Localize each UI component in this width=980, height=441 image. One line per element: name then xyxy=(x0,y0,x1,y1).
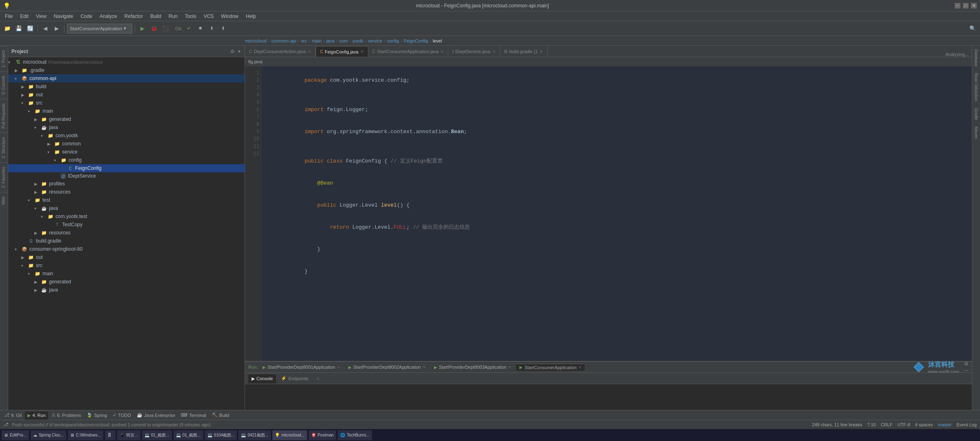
bottom-tab-run[interactable]: ▶ 4: Run xyxy=(25,411,48,420)
breadcrumb-config[interactable]: config xyxy=(387,38,399,43)
tree-item-feignconfig[interactable]: ▶ C FeignConfig xyxy=(8,164,245,172)
tree-item-test[interactable]: ▾ 📁 test xyxy=(8,196,245,204)
tree-item-src2[interactable]: ▾ 📁 src xyxy=(8,261,245,270)
minimize-button[interactable]: ─ xyxy=(955,3,960,9)
window-controls[interactable]: ─ □ ✕ xyxy=(955,3,977,9)
taskbar-item-3[interactable]: 🖥 C:\Windows... xyxy=(68,430,104,440)
tree-item-gradle-hidden[interactable]: ▶ 📁 .gradle xyxy=(8,66,245,74)
taskbar-item-11[interactable]: 📮 Postman xyxy=(309,430,336,440)
bottom-tab-todo[interactable]: ✓ TODO xyxy=(110,411,134,420)
menu-code[interactable]: Code xyxy=(77,13,96,20)
menu-edit[interactable]: Edit xyxy=(17,13,32,20)
taskbar-item-1[interactable]: 🖥 EditPro... xyxy=(2,430,29,440)
menu-file[interactable]: File xyxy=(2,13,16,20)
tree-item-build-gradle[interactable]: ▶ G build.gradle xyxy=(8,237,245,245)
taskbar-item-7[interactable]: 💻 01_截图... xyxy=(174,430,203,440)
close-button[interactable]: ✕ xyxy=(971,3,977,9)
menu-tools[interactable]: Tools xyxy=(182,13,200,20)
breadcrumb-yootk[interactable]: yootk xyxy=(352,38,363,43)
taskbar-item-12[interactable]: 🌐 TechBurmi... xyxy=(338,430,372,440)
tree-item-common-api[interactable]: ▾ 📦 common-api xyxy=(8,74,245,82)
more-tabs-btn[interactable]: » xyxy=(316,376,319,381)
tab-close-button[interactable]: ✕ xyxy=(492,49,496,54)
bottom-tab-spring[interactable]: 🍃 Spring xyxy=(84,411,109,420)
taskbar-item-6[interactable]: 💻 01_截图... xyxy=(142,430,172,440)
panel-settings-icon[interactable]: ⚙ xyxy=(229,48,236,55)
tab-structure[interactable]: 2: Structure xyxy=(0,133,8,163)
tab-commit[interactable]: 0: Commit xyxy=(0,71,8,99)
logo-settings-button[interactable]: ⚙ xyxy=(964,361,969,367)
tree-item-testcopy[interactable]: ▶ T TestCopy xyxy=(8,220,245,229)
tab-feignconfig[interactable]: C FeignConfig.java ✕ xyxy=(316,46,368,57)
right-panel-maven[interactable]: Maven xyxy=(973,123,979,142)
tab-close[interactable]: ✕ xyxy=(337,365,340,370)
breadcrumb-com[interactable]: com xyxy=(339,38,348,43)
run-tab-8001[interactable]: ▶ StartProviderDept8001Application ✕ xyxy=(259,364,343,370)
tab-startconsumerapplication[interactable]: C StartConsumerApplication.java ✕ xyxy=(368,46,448,57)
tab-endpoints[interactable]: ⚡ Endpoints xyxy=(278,374,312,383)
tab-buildgradle[interactable]: G build.gradle (1 ✕ xyxy=(500,46,548,57)
right-panel-database[interactable]: Database xyxy=(973,46,979,70)
tab-console[interactable]: ▶ Console xyxy=(248,374,276,383)
tab-ideptservice[interactable]: I IDeptService.java ✕ xyxy=(448,46,500,57)
tree-item-resources[interactable]: ▶ 📁 resources xyxy=(8,188,245,196)
taskbar-item-10[interactable]: 💡 microcloud... xyxy=(272,430,307,440)
git-check-button[interactable]: ✔ xyxy=(184,24,194,33)
tree-item-out2[interactable]: ▶ 📁 out xyxy=(8,253,245,261)
bottom-tab-terminal[interactable]: ⌨ Terminal xyxy=(178,411,209,420)
tree-item-ideptservice[interactable]: ▶ @ IDeptService xyxy=(8,172,245,180)
menu-vcs[interactable]: VCS xyxy=(200,13,217,20)
event-log[interactable]: Event Log xyxy=(956,422,977,427)
breadcrumb-main[interactable]: main xyxy=(312,38,321,43)
indent[interactable]: 4 spaces xyxy=(915,422,933,427)
tab-close[interactable]: ✕ xyxy=(423,365,426,370)
menu-refactor[interactable]: Refactor xyxy=(121,13,146,20)
tree-item-com-yootk-test[interactable]: ▾ 📁 com.yootk.test xyxy=(8,212,245,220)
tree-item-main2[interactable]: ▾ 📁 main xyxy=(8,270,245,278)
git-update-button[interactable]: ✱ xyxy=(195,24,205,33)
breadcrumb-java[interactable]: java xyxy=(326,38,334,43)
breadcrumb-service[interactable]: service xyxy=(368,38,382,43)
tab-favorites[interactable]: 2: Favorites xyxy=(0,162,8,192)
tree-item-src[interactable]: ▾ 📁 src xyxy=(8,99,245,107)
tree-item-generated[interactable]: ▶ 📁 generated xyxy=(8,115,245,123)
tree-item-com-yootk[interactable]: ▾ 📁 com.yootk xyxy=(8,131,245,140)
line-ending[interactable]: CRLF xyxy=(881,422,893,427)
tree-item-consumer-springboot[interactable]: ▾ 📦 consumer-springboot-80 xyxy=(8,245,245,253)
tab-pull-requests[interactable]: Pull Requests xyxy=(0,99,8,133)
search-everywhere-button[interactable]: 🔍 xyxy=(968,24,978,33)
encoding[interactable]: UTF-8 xyxy=(898,422,910,427)
code-editor[interactable]: 1 2 3 4 5 6 7 8 9 10 11 12 package com.y… xyxy=(245,66,972,361)
git-branch[interactable]: master xyxy=(938,422,952,427)
tree-item-resources-test[interactable]: ▶ 📁 resources xyxy=(8,229,245,237)
panel-collapse-icon[interactable]: ▾ xyxy=(237,48,241,55)
menu-view[interactable]: View xyxy=(33,13,50,20)
tree-item-profiles[interactable]: ▶ 📁 profiles xyxy=(8,180,245,188)
cursor-position[interactable]: 7:10 xyxy=(867,422,875,427)
tree-item-common[interactable]: ▶ 📁 common xyxy=(8,140,245,148)
tree-item-microcloud[interactable]: ▾ 🏗 microcloud H:\workspace\idea\microcl… xyxy=(8,58,245,66)
save-button[interactable]: 💾 xyxy=(14,24,24,33)
breadcrumb-level[interactable]: level xyxy=(433,38,442,43)
tree-item-java[interactable]: ▾ ☕ java xyxy=(8,123,245,131)
back-button[interactable]: ◀ xyxy=(40,24,50,33)
bottom-tab-java-enterprise[interactable]: ☕ Java Enterprise xyxy=(134,411,178,420)
tab-close[interactable]: ✕ xyxy=(508,365,511,370)
tab-close-button[interactable]: ✕ xyxy=(539,49,543,54)
menu-help[interactable]: Help xyxy=(243,13,259,20)
taskbar-item-2[interactable]: ☁ Spring Clou... xyxy=(31,430,66,440)
breadcrumb-src[interactable]: src xyxy=(301,38,307,43)
debug-button[interactable]: 🐞 xyxy=(149,24,159,33)
tree-item-generated2[interactable]: ▶ 📁 generated xyxy=(8,278,245,286)
menu-window[interactable]: Window xyxy=(218,13,242,20)
breadcrumb-common-api[interactable]: common-api xyxy=(272,38,296,43)
tree-item-java-test[interactable]: ▾ ☕ java xyxy=(8,204,245,212)
right-panel-bean-validation[interactable]: Bean Validation xyxy=(973,70,979,105)
bottom-tab-build[interactable]: 🔨 Build xyxy=(209,411,232,420)
run-tab-8002[interactable]: ▶ StartProviderDept8002Application ✕ xyxy=(345,364,429,370)
bottom-tab-git[interactable]: ⎇ 9: Git xyxy=(2,411,24,420)
sync-button[interactable]: 🔄 xyxy=(25,24,35,33)
run-button[interactable]: ▶ xyxy=(138,24,147,33)
taskbar-item-5[interactable]: 📱 明言... xyxy=(117,430,140,440)
taskbar-item-8[interactable]: 💻 0104截图... xyxy=(205,430,237,440)
